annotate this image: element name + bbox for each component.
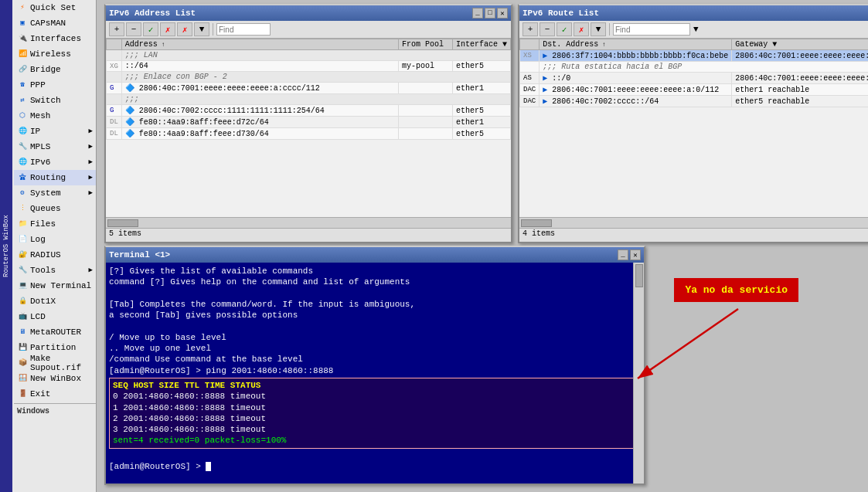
sidebar-item-ip[interactable]: 🌐 IP ▶ (14, 124, 96, 139)
tb-sep-addr (213, 23, 213, 36)
table-row[interactable]: DL 🔷 fe80::4aa9:8aff:feee:d72c/64 ether1 (107, 117, 511, 128)
sidebar-item-log[interactable]: 📄 Log (14, 232, 96, 247)
ipv6-route-count: 4 items (523, 229, 555, 238)
table-row[interactable]: DAC ▶ 2806:40c:7001:eeee:eeee:eeee:a:0/1… (520, 84, 869, 96)
sidebar-item-radius[interactable]: 🔐 RADIUS (14, 247, 96, 263)
terminal-vscroll[interactable] (633, 263, 644, 484)
table-row[interactable]: DAC ▶ 2806:40c:7002:cccc::/64 ether5 rea… (520, 96, 869, 107)
sidebar-item-lcd[interactable]: 📺 LCD (14, 309, 96, 324)
filter-route-btn[interactable]: ▼ (591, 22, 606, 36)
route-arrow-1: ▶ (543, 52, 547, 60)
sidebar-item-queues[interactable]: ⋮ Queues (14, 201, 96, 216)
sidebar-item-switch[interactable]: ⇄ Switch (14, 93, 96, 108)
col-dst-address[interactable]: Dst. Address (540, 39, 732, 50)
ipv6-addr-maximize-btn[interactable]: □ (485, 8, 495, 19)
terminal-close-btn[interactable]: ✕ (630, 249, 641, 260)
terminal-content[interactable]: [?] Gives the list of available commands… (106, 263, 644, 484)
sidebar-item-exit[interactable]: 🚪 Exit (14, 386, 96, 402)
enable-route-btn[interactable]: ✓ (557, 22, 572, 36)
sidebar-item-wireless[interactable]: 📶 Wireless (14, 46, 96, 62)
col-interface[interactable]: Interface ▼ (452, 39, 510, 50)
table-row[interactable]: AS ▶ ::/0 2806:40c:7001:eeee:eeee:eeee:a… (520, 73, 869, 84)
sidebar-label-exit: Exit (30, 389, 50, 399)
sidebar-item-metarouter[interactable]: 🖥 MetaROUTER (14, 324, 96, 340)
terminal-line: .. Move up one level (109, 343, 641, 354)
col-gateway[interactable]: Gateway ▼ (732, 39, 868, 50)
col-from-pool[interactable]: From Pool (398, 39, 452, 50)
sidebar-item-quick-set[interactable]: ⚡ Quick Set (14, 0, 96, 15)
add-route-btn[interactable]: + (523, 22, 538, 36)
radius-icon: 🔐 (17, 249, 28, 260)
ipv6-addr-titlebar[interactable]: IPv6 Address List _ □ ✕ (106, 5, 511, 21)
filter-addr-btn[interactable]: ✗ (177, 22, 192, 36)
add-addr-btn[interactable]: + (109, 22, 124, 36)
terminal-minimize-btn[interactable]: _ (618, 249, 628, 260)
ipv6-addr-controls: _ □ ✕ (472, 8, 508, 19)
table-row[interactable]: XG ::/64 my-pool ether5 (107, 61, 511, 72)
sidebar-label-partition: Partition (30, 343, 76, 352)
terminal-line: / Move up to base level (109, 332, 641, 343)
remove-addr-btn[interactable]: − (126, 22, 141, 36)
route-hscroll-thumb[interactable] (521, 219, 552, 227)
ipv6-route-hscroll[interactable] (519, 217, 868, 228)
settings-addr-btn[interactable]: ▼ (194, 22, 209, 36)
route-arrow-3: ▶ (543, 86, 547, 94)
ipv6-addr-table-container[interactable]: Address From Pool Interface ▼ ;;; LAN XG… (106, 39, 511, 209)
disable-addr-btn[interactable]: ✗ (160, 22, 175, 36)
sidebar-label-make-supout: Make Supout.rif (30, 354, 93, 372)
remove-route-btn[interactable]: − (540, 22, 555, 36)
sidebar-item-mpls[interactable]: 🔧 MPLS ▶ (14, 139, 96, 154)
sidebar-item-new-terminal[interactable]: 💻 New Terminal (14, 278, 96, 294)
sidebar-item-tools[interactable]: 🔧 Tools ▶ (14, 263, 96, 278)
sidebar-label-lcd: LCD (30, 312, 46, 321)
sidebar-items: ⚡ Quick Set ▣ CAPsMAN 🔌 Interfaces 📶 Wir… (14, 0, 96, 492)
table-row[interactable]: G 🔷 2806:40c:7002:cccc:1111:1111:1111:25… (107, 105, 511, 117)
routing-expand-arrow: ▶ (89, 173, 93, 182)
sidebar-item-make-supout[interactable]: 📦 Make Supout.rif (14, 355, 96, 371)
ipv6-route-table: Dst. Address Gateway ▼ XS ▶ 2806:3f7:100… (519, 39, 868, 107)
ipv6-addr-close-btn[interactable]: ✕ (497, 8, 508, 19)
sidebar-item-ipv6[interactable]: 🌐 IPv6 ▶ (14, 154, 96, 170)
sidebar-item-new-winbox[interactable]: 🪟 New WinBox (14, 371, 96, 386)
bridge-icon: 🔗 (17, 64, 28, 75)
table-row[interactable]: G 🔷 2806:40c:7001:eeee:eeee:eeee:a:cccc/… (107, 83, 511, 94)
new-winbox-icon: 🪟 (17, 373, 28, 384)
enable-addr-btn[interactable]: ✓ (143, 22, 158, 36)
table-row: ;;; LAN (107, 50, 511, 61)
sidebar-label-wireless: Wireless (30, 49, 71, 59)
sidebar-item-capsman[interactable]: ▣ CAPsMAN (14, 15, 96, 31)
terminal-prompt-line: [admin@RouterOS] > ping 2001:4860:4860::… (109, 365, 641, 376)
addr-find-input[interactable] (216, 23, 271, 36)
route-find-input[interactable] (613, 23, 690, 36)
ipv6-addr-minimize-btn[interactable]: _ (472, 8, 483, 19)
route-find-dropdown[interactable]: ▼ (693, 25, 699, 34)
hscroll-thumb[interactable] (107, 219, 138, 227)
ipv6-route-table-container[interactable]: Dst. Address Gateway ▼ XS ▶ 2806:3f7:100… (519, 39, 868, 209)
dot1x-icon: 🔒 (17, 296, 28, 307)
terminal-title: Terminal <1> (109, 250, 170, 260)
terminal-line: [Tab] Completes the command/word. If the… (109, 299, 641, 310)
make-supout-icon: 📦 (17, 358, 28, 368)
ipv6-route-titlebar[interactable]: IPv6 Route List _ □ ✕ (519, 5, 868, 21)
sidebar-item-mesh[interactable]: ⬡ Mesh (14, 108, 96, 124)
col-address[interactable]: Address (121, 39, 398, 50)
disable-route-btn[interactable]: ✗ (574, 22, 589, 36)
sidebar-item-system[interactable]: ⚙ System ▶ (14, 185, 96, 201)
table-row[interactable]: DL 🔷 fe80::4aa9:8aff:feee:d730/64 ether5 (107, 128, 511, 140)
sidebar-item-bridge[interactable]: 🔗 Bridge (14, 62, 96, 77)
ping-header: SEQ HOST SIZE TTL TIME STATUS (113, 380, 637, 391)
sidebar-item-files[interactable]: 📁 Files (14, 216, 96, 232)
sidebar-item-dot1x[interactable]: 🔒 Dot1X (14, 294, 96, 309)
sidebar-label-capsman: CAPsMAN (30, 19, 66, 28)
addr-icon-1: 🔷 (125, 84, 134, 93)
terminal-vscroll-thumb[interactable] (635, 264, 643, 287)
ipv6-addr-hscroll[interactable] (106, 217, 511, 228)
table-row[interactable]: XS ▶ 2806:3f7:1004:bbbb:bbbb:bbbb:f0ca:b… (520, 50, 869, 62)
sidebar-item-ppp[interactable]: ☎ PPP (14, 77, 96, 93)
sidebar-item-routing[interactable]: 🛣 Routing ▶ (14, 170, 96, 185)
metarouter-icon: 🖥 (17, 327, 28, 338)
sidebar-label-ppp: PPP (30, 80, 46, 90)
terminal-titlebar[interactable]: Terminal <1> _ ✕ (106, 247, 644, 263)
winbox-logo: RouterOS WinBox (0, 0, 12, 492)
sidebar-item-interfaces[interactable]: 🔌 Interfaces (14, 31, 96, 46)
